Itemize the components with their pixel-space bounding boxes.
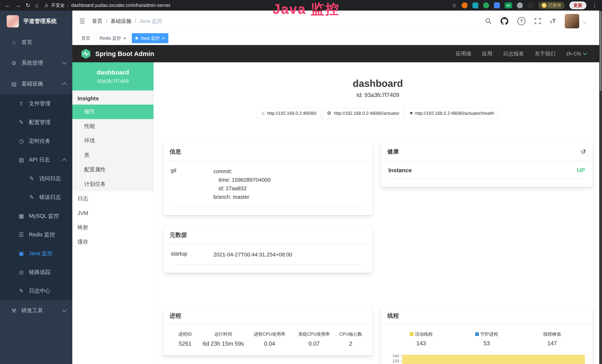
sba-item-metrics[interactable]: 性能: [72, 119, 153, 134]
topbar-actions: ? TT: [485, 14, 595, 28]
sidebar-item-mysql-monitor[interactable]: ▦ MySQL 监控: [0, 207, 72, 225]
sba-brand[interactable]: Spring Boot Admin: [80, 48, 154, 59]
back-icon[interactable]: ←: [5, 3, 10, 8]
extension-icon[interactable]: [528, 2, 534, 8]
bookmark-star-icon[interactable]: ☆: [452, 3, 457, 8]
breadcrumb-current: Java 监控: [140, 18, 162, 25]
help-icon[interactable]: ?: [517, 17, 526, 25]
sidebar-item-label: Redis 监控: [29, 231, 55, 238]
home-icon[interactable]: ⌂: [35, 3, 38, 8]
sba-item-classes[interactable]: 类: [72, 148, 153, 162]
admin-sidebar: 芋道管理系统 ⌂ 首页 ⚙ 系统管理 ▤ 基础设施 ⇧ 文件管理: [0, 11, 72, 364]
font-size-icon[interactable]: TT: [550, 18, 556, 24]
monitor-icon: ▣: [18, 250, 25, 257]
hamburger-icon[interactable]: ☰: [79, 17, 85, 25]
sidebar-item-label: API 日志: [29, 156, 50, 163]
breadcrumb-infrastructure[interactable]: 基础设施: [110, 18, 131, 25]
address-bar[interactable]: ⚠ 不安全 | dashboard.yudao.iocoder.cn/infra…: [44, 2, 171, 8]
extension-icon[interactable]: [462, 2, 468, 8]
sidebar-item-redis-monitor[interactable]: ☰ Redis 监控: [0, 225, 72, 244]
browser-menu-kebab-icon[interactable]: ⋮: [592, 2, 597, 8]
update-button[interactable]: 更新: [569, 1, 586, 9]
info-value-line: id: 27aa832: [213, 184, 365, 193]
sidebar-item-api-logs[interactable]: ▤ API 日志: [0, 150, 72, 169]
sba-navbar: Spring Boot Admin 应用墙 应用 日志报表 关于我们 zh-CN: [72, 45, 602, 62]
browser-scrollbar[interactable]: [599, 11, 602, 364]
extension-icon[interactable]: [483, 2, 489, 8]
sba-nav-about[interactable]: 关于我们: [535, 50, 556, 57]
search-icon[interactable]: [485, 18, 492, 24]
threads-card-title: 线程: [387, 312, 399, 320]
process-header: 进程ID: [171, 331, 200, 337]
tab-redis-monitor[interactable]: Redis 监控 ×: [96, 33, 129, 43]
sba-item-jvm[interactable]: JVM: [72, 206, 153, 220]
sidebar-item-access-logs[interactable]: ✎ 访问日志: [0, 169, 72, 188]
tab-home[interactable]: 首页: [78, 33, 94, 43]
sba-nav-applications[interactable]: 应用: [482, 50, 493, 57]
sidebar-item-config-management[interactable]: ✎ 配置管理: [0, 113, 72, 132]
app-logo[interactable]: 芋道管理系统: [0, 11, 72, 32]
process-table: 进程ID 运行时间 进程CPU使用率 系统CPU使用率 CPU核心数 5261 …: [171, 331, 365, 347]
security-warning-text[interactable]: 不安全: [51, 2, 65, 8]
sidebar-item-link-tracing[interactable]: ◎ 链路追踪: [0, 263, 72, 281]
extension-icon[interactable]: [517, 2, 523, 8]
instance-health-link[interactable]: ♥ http://192.168.0.2:48080/actuator/heal…: [405, 108, 499, 119]
sidebar-item-dev-tools[interactable]: ⚒ 研发工具: [0, 300, 72, 321]
update-button-label: 更新: [573, 2, 582, 8]
legend-label: 线程峰值: [543, 331, 561, 337]
health-instance-row[interactable]: Instance UP: [388, 167, 585, 179]
metadata-card-title: 元数据: [170, 231, 187, 239]
sidebar-item-infrastructure[interactable]: ▤ 基础设施: [0, 74, 72, 94]
sba-item-caches[interactable]: 缓存: [72, 235, 153, 249]
sba-item-scheduled-tasks[interactable]: 计划任务: [72, 177, 153, 191]
sidebar-item-home[interactable]: ⌂ 首页: [0, 32, 72, 53]
sba-language-select[interactable]: zh-CN: [566, 51, 586, 57]
process-header: CPU核心数: [336, 331, 365, 337]
chevron-down-icon: [62, 60, 66, 64]
close-icon[interactable]: ×: [123, 36, 126, 41]
instance-actuator-link[interactable]: ⚙ http://192.168.0.2:48080/actuator: [322, 108, 404, 119]
threads-legend: 活动线程 143 守护进程: [388, 331, 585, 347]
link-url: http://192.168.0.2:48080/actuator: [334, 111, 399, 116]
url-text[interactable]: dashboard.yudao.iocoder.cn/infra/admin-s…: [71, 3, 171, 8]
threads-chart: 140 120 100: [388, 353, 585, 364]
user-avatar[interactable]: [565, 14, 579, 28]
paused-badge[interactable]: 已暂停: [538, 2, 565, 9]
sba-nav-wall[interactable]: 应用墙: [456, 50, 471, 57]
sba-item-mappings[interactable]: 映射: [72, 220, 153, 235]
instance-home-link[interactable]: ⌂ http://192.168.0.2:48080/: [257, 108, 321, 119]
edit-icon: ✎: [28, 194, 35, 201]
scrollbar-thumb[interactable]: [600, 11, 602, 91]
sidebar-item-error-logs[interactable]: ✎ 错误日志: [0, 188, 72, 207]
github-icon[interactable]: [501, 17, 508, 25]
process-value: 0.04: [247, 341, 292, 347]
forward-icon[interactable]: →: [15, 3, 21, 8]
breadcrumb-home[interactable]: 首页: [92, 18, 102, 25]
sba-item-config-props[interactable]: 配置属性: [72, 162, 153, 177]
sidebar-item-scheduled-tasks[interactable]: ◷ 定时任务: [0, 132, 72, 150]
sba-item-logs[interactable]: 日志: [72, 191, 153, 206]
sidebar-item-log-center[interactable]: ✎ 日志中心: [0, 281, 72, 300]
sidebar-item-java-monitor[interactable]: ▣ Java 监控: [0, 244, 72, 263]
sba-instance-header[interactable]: dashboard 93a3fc7f7409: [72, 62, 153, 90]
breadcrumb-separator: /: [135, 18, 136, 24]
extension-switch-icon[interactable]: on: [505, 2, 512, 8]
history-icon[interactable]: ↺: [581, 148, 586, 155]
sidebar-item-file-management[interactable]: ⇧ 文件管理: [0, 94, 72, 113]
avatar-caret-icon[interactable]: [583, 20, 587, 24]
close-icon[interactable]: ×: [162, 36, 165, 41]
fullscreen-icon[interactable]: [534, 18, 541, 24]
tab-java-monitor[interactable]: Java 监控 ×: [132, 33, 168, 43]
table-icon: ▦: [18, 213, 25, 219]
extension-icon[interactable]: [473, 2, 478, 8]
home-icon: ⌂: [262, 110, 265, 116]
sba-item-environment[interactable]: 环境: [72, 134, 153, 148]
extension-icon[interactable]: [494, 2, 500, 8]
sba-nav-journal[interactable]: 日志报表: [503, 50, 524, 57]
sba-item-details[interactable]: 细节: [72, 105, 153, 119]
status-badge: UP: [577, 167, 585, 174]
sidebar-item-system-management[interactable]: ⚙ 系统管理: [0, 53, 72, 74]
refresh-icon[interactable]: ↻: [26, 3, 30, 8]
info-key: git: [171, 167, 213, 201]
active-dot-icon: [135, 37, 138, 40]
